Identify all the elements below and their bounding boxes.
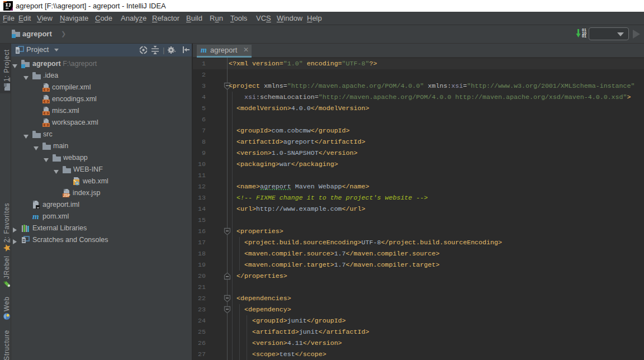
svg-text:JSP: JSP (63, 193, 70, 197)
